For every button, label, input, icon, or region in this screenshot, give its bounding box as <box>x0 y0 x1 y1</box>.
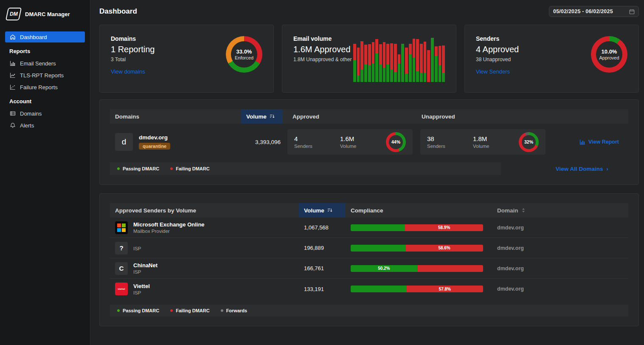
card-subtext: 38 Unapproved <box>476 57 519 62</box>
sidebar-section-reports: Reports <box>5 48 85 54</box>
domains-legend: Passing DMARC Failing DMARC <box>110 162 501 175</box>
volume-bar <box>394 36 397 82</box>
sidebar-item-dashboard[interactable]: Dashboard <box>5 31 85 42</box>
approved-senders-panel: Approved Senders by Volume Volume Compli… <box>99 193 639 326</box>
compliance-bar: 58.6% <box>351 245 483 252</box>
stat-cards: Domains 1 Reporting 3 Total View domains… <box>99 25 639 93</box>
sender-volume: 133,191 <box>299 286 346 292</box>
domain-avatar: d <box>115 133 133 151</box>
sidebar-item-domains[interactable]: Domains <box>5 108 85 119</box>
sender-volume: 196,889 <box>299 245 346 251</box>
view-report-link[interactable]: View Report <box>579 139 619 145</box>
volume-bar <box>368 36 371 82</box>
bar-chart-icon <box>9 60 16 66</box>
sidebar-item-failure-reports[interactable]: Failure Reports <box>5 82 85 93</box>
green-dot-icon <box>117 167 120 170</box>
volume-bar <box>364 36 367 82</box>
column-header-domain[interactable]: Domain <box>492 203 628 218</box>
date-range-value: 05/02/2025 - 06/02/2025 <box>553 8 626 14</box>
domains-legend-row: Passing DMARC Failing DMARC View All Dom… <box>110 162 628 175</box>
approved-volume-label: Volume <box>340 144 386 149</box>
unapproved-senders-label: Senders <box>427 144 473 149</box>
sender-row[interactable]: viettel Viettel ISP 133,191 57.8% dmdev.… <box>110 279 628 299</box>
report-chart-icon <box>579 139 585 145</box>
main-content: Dashboard 05/02/2025 - 06/02/2025 Domain… <box>90 0 644 345</box>
domain-row[interactable]: d dmdev.org quarantine 3,393,096 4 Sende… <box>110 129 628 155</box>
compliance-bar: 50.2% <box>351 265 483 272</box>
column-header-volume[interactable]: Volume <box>299 203 346 218</box>
sender-domain: dmdev.org <box>492 245 628 251</box>
sender-type: ISP <box>133 290 150 295</box>
green-dot-icon <box>117 309 120 312</box>
email-volume-chart <box>353 36 445 82</box>
volume-bar <box>416 36 419 82</box>
volume-bar <box>357 36 360 82</box>
card-title: Domains <box>111 35 155 42</box>
legend-failing-dmarc: Failing DMARC <box>170 308 209 313</box>
sidebar-item-alerts[interactable]: Alerts <box>5 120 85 131</box>
volume-bar <box>379 36 382 82</box>
date-range-picker[interactable]: 05/02/2025 - 06/02/2025 <box>549 6 639 17</box>
chevron-right-icon: › <box>607 166 609 172</box>
page-title: Dashboard <box>99 7 137 16</box>
senders-table-header: Approved Senders by Volume Volume Compli… <box>110 203 628 218</box>
sender-volume: 1,067,568 <box>299 224 346 231</box>
sender-type: Mailbox Provider <box>133 229 205 234</box>
table-icon <box>9 110 16 116</box>
volume-bar <box>431 36 434 82</box>
domain-volume: 3,393,096 <box>241 139 282 145</box>
column-header-compliance: Compliance <box>346 203 492 218</box>
volume-bar <box>439 36 442 82</box>
sidebar-item-label: Alerts <box>20 122 34 129</box>
view-domains-link[interactable]: View domains <box>111 68 145 75</box>
column-header-approved: Approved <box>287 109 416 124</box>
sidebar-item-email-senders[interactable]: Email Senders <box>5 58 85 69</box>
approved-senders-label: Senders <box>294 144 340 149</box>
home-icon <box>9 34 16 40</box>
donut-label: Enforced <box>235 55 253 60</box>
sender-volume: 166,761 <box>299 265 346 271</box>
sidebar-section-account: Account <box>5 98 85 105</box>
sender-domain: dmdev.org <box>492 286 628 292</box>
volume-bar <box>420 36 423 82</box>
sender-name: Microsoft Exchange Online <box>133 221 205 228</box>
column-header-volume[interactable]: Volume <box>241 109 282 124</box>
sidebar-item-tls-rpt-reports[interactable]: TLS-RPT Reports <box>5 70 85 81</box>
volume-bar <box>405 36 408 82</box>
sender-row[interactable]: C ChinaNet ISP 166,761 50.2% dmdev.org <box>110 258 628 279</box>
unapproved-volume-count: 1.8M <box>473 135 519 142</box>
domains-card: Domains 1 Reporting 3 Total View domains… <box>99 25 274 93</box>
red-dot-icon <box>170 167 173 170</box>
donut-value: 10.0% <box>602 48 617 55</box>
app-logo: DM DMARC Manager <box>5 6 85 20</box>
view-senders-link[interactable]: View Senders <box>476 68 510 75</box>
policy-badge: quarantine <box>139 143 170 150</box>
volume-bar <box>409 36 412 82</box>
viettel-logo: viettel <box>115 283 128 295</box>
legend-passing-dmarc: Passing DMARC <box>117 308 159 313</box>
column-header-unapproved: Unapproved <box>416 109 628 124</box>
chinanet-avatar: C <box>115 262 128 275</box>
approved-senders-donut: 10.0% Approved <box>591 36 627 73</box>
sender-type: ISP <box>133 269 157 274</box>
domains-panel: Domains Volume Approved Unapproved d dmd… <box>99 99 639 185</box>
sender-type: ISP <box>133 246 141 251</box>
sidebar-item-label: Email Senders <box>20 60 56 67</box>
approved-pct-donut: 44% <box>386 132 406 152</box>
bell-icon <box>9 122 16 128</box>
approved-senders-count: 4 <box>294 135 340 142</box>
volume-bar <box>427 36 430 82</box>
view-all-domains-link[interactable]: View All Domains › <box>556 166 608 172</box>
volume-bar <box>372 36 375 82</box>
approved-volume-count: 1.6M <box>340 135 386 142</box>
donut-value: 33.0% <box>236 48 252 55</box>
compliance-bar: 57.8% <box>351 286 483 292</box>
volume-bar <box>353 36 356 82</box>
app-name: DMARC Manager <box>25 11 70 17</box>
card-headline: 1 Reporting <box>111 45 155 54</box>
sender-row[interactable]: Microsoft Exchange Online Mailbox Provid… <box>110 218 628 238</box>
sender-row[interactable]: ? ISP 196,889 58.6% dmdev.org <box>110 238 628 258</box>
unapproved-volume-label: Volume <box>473 144 519 149</box>
sidebar-item-label: Failure Reports <box>20 84 58 90</box>
line-chart-icon <box>9 72 16 78</box>
